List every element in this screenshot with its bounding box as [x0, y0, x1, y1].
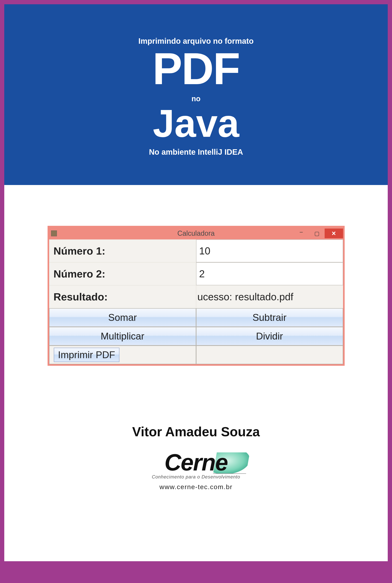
footer-bar [4, 561, 388, 579]
subtitle: No ambiente IntelliJ IDEA [149, 148, 243, 156]
subtrair-button[interactable]: Subtrair [196, 308, 343, 327]
input-numero1[interactable]: 10 [196, 239, 343, 262]
label-numero1: Número 1: [49, 239, 196, 262]
input-numero2[interactable]: 2 [196, 262, 343, 285]
multiplicar-button[interactable]: Multiplicar [49, 327, 196, 346]
imprimir-pdf-button[interactable]: Imprimir PDF [54, 348, 120, 362]
logo-text: Cerne [164, 449, 228, 476]
empty-cell [196, 346, 343, 364]
title-java: Java [153, 104, 239, 143]
title-header: Imprimindo arquivo no formato PDF no Jav… [4, 4, 388, 185]
window-titlebar[interactable]: Calculadora – ▢ × [49, 227, 343, 239]
calculator-window: Calculadora – ▢ × Número 1: 10 Número 2:… [48, 226, 345, 366]
window-title: Calculadora [49, 229, 343, 237]
value-resultado: ucesso: resultado.pdf [196, 285, 343, 308]
cover-frame: Imprimindo arquivo no formato PDF no Jav… [0, 0, 392, 583]
somar-button[interactable]: Somar [49, 308, 196, 327]
cover-body: Calculadora – ▢ × Número 1: 10 Número 2:… [4, 185, 388, 561]
label-numero2: Número 2: [49, 262, 196, 285]
logo-url: www.cerne-tec.com.br [160, 483, 232, 491]
dividir-button[interactable]: Dividir [196, 327, 343, 346]
calculator-grid: Número 1: 10 Número 2: 2 Resultado: uces… [49, 239, 343, 364]
publisher-logo: Cerne Conhecimento para o Desenvolviment… [132, 449, 260, 491]
author-name: Vitor Amadeu Souza [132, 424, 260, 439]
imprimir-pdf-cell: Imprimir PDF [49, 346, 196, 364]
label-resultado: Resultado: [49, 285, 196, 308]
title-pdf: PDF [152, 47, 240, 91]
author-section: Vitor Amadeu Souza Cerne Conhecimento pa… [132, 424, 260, 491]
